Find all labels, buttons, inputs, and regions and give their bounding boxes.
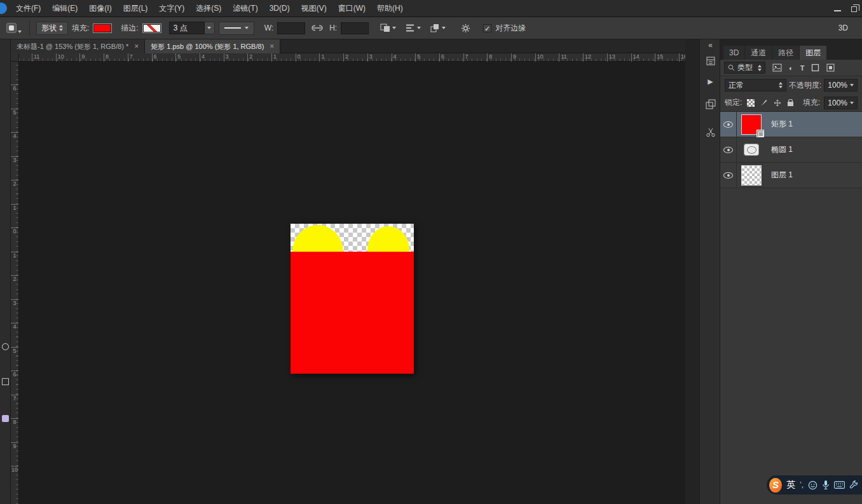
menu-item[interactable]: 文件(F) xyxy=(10,0,46,17)
toolbar-tool-icon[interactable] xyxy=(2,378,9,385)
keyboard-icon[interactable] xyxy=(834,481,845,489)
stroke-width-dropdown-button[interactable] xyxy=(205,22,215,34)
path-alignment-button[interactable] xyxy=(402,21,423,35)
layer-visibility-toggle[interactable] xyxy=(720,137,737,163)
panels-group-icon[interactable] xyxy=(700,99,721,111)
menu-item[interactable]: 滤镜(T) xyxy=(227,0,263,17)
microphone-icon[interactable] xyxy=(822,480,830,490)
ruler-origin-corner[interactable] xyxy=(11,53,19,62)
vector-mask-badge-icon xyxy=(756,130,764,137)
search-icon xyxy=(728,64,735,71)
gear-settings-button[interactable] xyxy=(458,21,473,35)
filter-pixel-layers-icon[interactable] xyxy=(772,64,782,72)
link-dimensions-icon[interactable] xyxy=(309,21,325,35)
emoji-smiley-icon[interactable] xyxy=(808,480,818,490)
shape-width-input[interactable] xyxy=(277,22,305,34)
restore-window-icon[interactable] xyxy=(851,6,857,12)
slice-scissors-icon[interactable] xyxy=(700,127,721,139)
caret-down-icon xyxy=(442,27,446,29)
ruler-number: 2 xyxy=(11,275,18,282)
stroke-color-swatch[interactable] xyxy=(142,24,161,33)
filter-type-layers-icon[interactable]: T xyxy=(800,63,805,73)
menu-item[interactable]: 编辑(E) xyxy=(46,0,83,17)
ime-language-toggle[interactable]: 英 xyxy=(786,479,795,491)
ruler-number: 5 xyxy=(11,109,18,116)
canvas-area[interactable] xyxy=(19,62,685,504)
stroke-width-field[interactable]: 3 点 xyxy=(169,22,205,34)
opacity-value-select[interactable]: 100% xyxy=(824,79,858,92)
layer-filter-type-select[interactable]: 类型 xyxy=(724,62,765,74)
document-tab[interactable]: 矩形 1.psb @ 100% (矩形 1, RGB/8)× xyxy=(145,39,280,53)
lock-pixels-brush-icon[interactable] xyxy=(759,98,769,107)
panel-tab[interactable]: 路径 xyxy=(772,46,799,60)
layer-visibility-toggle[interactable] xyxy=(720,112,737,137)
main-menu: 文件(F)编辑(E)图像(I)图层(L)文字(Y)选择(S)滤镜(T)3D(D)… xyxy=(10,0,409,17)
shape-height-input[interactable] xyxy=(341,22,369,34)
layers-list: 矩形 1椭圆 1图层 1 xyxy=(720,112,862,188)
history-panel-icon[interactable] xyxy=(700,56,721,68)
panel-tab[interactable]: 图层 xyxy=(800,46,826,60)
lock-position-icon[interactable] xyxy=(772,98,782,107)
ruler-number: 5 xyxy=(415,53,420,62)
layer-row[interactable]: 矩形 1 xyxy=(720,112,862,137)
document-tab[interactable]: 未标题-1 @ 153% (矩形 1, RGB/8) *× xyxy=(11,39,145,53)
document-tab-title: 矩形 1.psb @ 100% (矩形 1, RGB/8) xyxy=(151,42,264,51)
fill-opacity-select[interactable]: 100% xyxy=(824,97,858,109)
menu-item[interactable]: 文字(Y) xyxy=(153,0,190,17)
workspace-switcher[interactable]: 3D xyxy=(838,24,848,32)
horizontal-ruler[interactable]: 1110987654321012345678910111213141516 xyxy=(19,53,685,62)
menu-item[interactable]: 图像(I) xyxy=(83,0,117,17)
opacity-label: 不透明度: xyxy=(789,80,821,91)
ime-punctuation-toggle[interactable]: ’, xyxy=(800,480,804,489)
toolbar-tool-icon[interactable] xyxy=(2,343,9,350)
toolbar-color-swatch-icon[interactable] xyxy=(2,415,9,422)
caret-down-icon xyxy=(392,27,396,29)
layer-thumb-red xyxy=(742,115,761,134)
layer-row[interactable]: 椭圆 1 xyxy=(720,137,862,163)
ruler-number: 11 xyxy=(559,53,566,62)
layer-visibility-toggle[interactable] xyxy=(720,163,737,188)
menu-bar: 文件(F)编辑(E)图像(I)图层(L)文字(Y)选择(S)滤镜(T)3D(D)… xyxy=(0,0,862,17)
updown-arrows-icon xyxy=(779,82,783,88)
document-view[interactable] xyxy=(291,224,414,374)
toolbox-wrench-icon[interactable] xyxy=(849,480,858,489)
layer-thumbnail xyxy=(737,115,766,134)
menu-item[interactable]: 视图(V) xyxy=(296,0,332,17)
filter-smart-objects-icon[interactable] xyxy=(826,64,835,72)
panel-top-strip xyxy=(720,39,862,46)
filter-adjustment-layers-icon[interactable]: ◐ xyxy=(789,63,793,73)
vertical-ruler[interactable]: 654321012345678910 xyxy=(11,62,19,504)
menu-item[interactable]: 图层(L) xyxy=(118,0,154,17)
panel-tab[interactable]: 通道 xyxy=(745,46,772,60)
ruler-number: 4 xyxy=(200,53,205,62)
actions-panel-icon[interactable]: ▶ xyxy=(700,78,721,86)
minimize-icon[interactable] xyxy=(834,5,841,11)
ruler-number: 15 xyxy=(655,53,663,62)
expand-panels-icon[interactable]: « xyxy=(700,41,721,50)
align-edges-checkbox[interactable]: ✓ xyxy=(483,24,491,32)
menu-item[interactable]: 帮助(H) xyxy=(371,0,409,17)
ruler-number: 6 xyxy=(152,53,157,62)
menu-item[interactable]: 3D(D) xyxy=(264,0,296,17)
lock-all-icon[interactable] xyxy=(786,98,795,107)
stroke-type-select[interactable] xyxy=(219,22,254,35)
tab-close-icon[interactable]: × xyxy=(134,42,139,51)
blend-mode-value: 正常 xyxy=(729,80,744,91)
path-arrange-button[interactable] xyxy=(427,21,448,35)
ruler-number: 5 xyxy=(175,53,181,62)
filter-shape-layers-icon[interactable] xyxy=(811,64,819,72)
red-rectangle-shape[interactable] xyxy=(291,252,414,374)
fill-color-swatch[interactable] xyxy=(93,24,112,33)
eye-icon xyxy=(723,121,733,128)
lock-transparency-icon[interactable] xyxy=(746,98,755,107)
menu-item[interactable]: 窗口(W) xyxy=(332,0,371,17)
tool-preset-picker[interactable] xyxy=(5,22,23,34)
blend-mode-select[interactable]: 正常 xyxy=(725,79,786,92)
menu-item[interactable]: 选择(S) xyxy=(190,0,227,17)
tab-close-icon[interactable]: × xyxy=(270,42,274,51)
tool-mode-select[interactable]: 形状 xyxy=(36,22,68,35)
panel-tab[interactable]: 3D xyxy=(723,46,744,60)
path-operations-button[interactable] xyxy=(378,21,399,35)
layer-row[interactable]: 图层 1 xyxy=(720,163,862,188)
sogou-logo-icon[interactable]: S xyxy=(769,478,782,493)
